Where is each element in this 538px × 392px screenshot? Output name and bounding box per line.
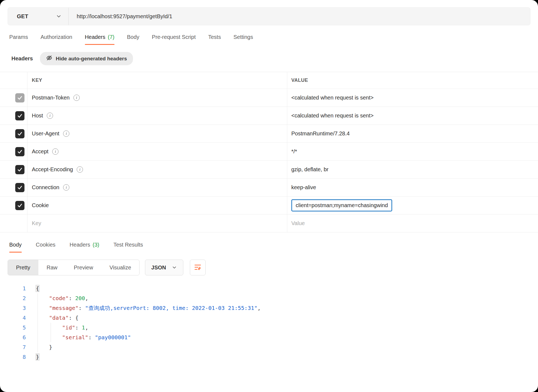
request-tab-tests[interactable]: Tests <box>208 34 221 45</box>
code-line: 7 } <box>0 342 538 352</box>
row-checkbox[interactable] <box>15 147 24 156</box>
indent-guide <box>38 293 38 352</box>
eye-off-icon <box>46 55 52 63</box>
view-mode-visualize[interactable]: Visualize <box>101 260 139 275</box>
method-label: GET <box>17 13 28 20</box>
info-icon[interactable] <box>63 184 69 191</box>
tab-label: Params <box>9 34 28 40</box>
tab-label: Test Results <box>113 242 143 248</box>
line-number: 5 <box>0 323 26 332</box>
header-row-cookie: Cookieclient=postman;myname=chasingwind <box>0 197 538 214</box>
code-line-content: "id": 1, <box>26 323 88 332</box>
tab-label: Pre-request Script <box>152 34 196 40</box>
code-line: 1{ <box>0 284 538 293</box>
request-tab-settings[interactable]: Settings <box>233 34 253 45</box>
row-checkbox[interactable] <box>15 183 24 192</box>
wrap-lines-button[interactable] <box>190 260 206 275</box>
request-tabs: ParamsAuthorizationHeaders(7)BodyPre-req… <box>0 25 538 45</box>
line-number: 8 <box>0 352 26 362</box>
postman-app: GET http://localhost:9527/payment/getByI… <box>0 0 538 392</box>
code-line-content: "serial": "pay000001" <box>26 332 131 342</box>
headers-table: KEY VALUE Postman-Token<calculated when … <box>0 72 538 232</box>
info-icon[interactable] <box>77 166 83 173</box>
header-key[interactable]: Cookie <box>32 202 49 209</box>
value-placeholder-input[interactable]: Value <box>291 220 305 226</box>
header-value[interactable]: */* <box>291 148 297 155</box>
header-row-user-agent: User-AgentPostmanRuntime/7.28.4 <box>0 125 538 143</box>
method-dropdown[interactable]: GET <box>8 8 68 25</box>
row-checkbox[interactable] <box>15 165 24 174</box>
code-line: 2 "code": 200, <box>0 293 538 303</box>
request-tab-headers[interactable]: Headers(7) <box>85 34 115 45</box>
code-line-content: } <box>26 352 39 362</box>
row-checkbox[interactable] <box>15 129 24 138</box>
header-value[interactable]: <calculated when request is sent> <box>291 95 373 101</box>
request-tab-body[interactable]: Body <box>127 34 140 45</box>
header-value[interactable]: PostmanRuntime/7.28.4 <box>291 130 350 137</box>
key-placeholder-input[interactable]: Key <box>32 220 41 226</box>
column-header-value: VALUE <box>287 72 538 89</box>
response-toolbar: PrettyRawPreviewVisualize JSON <box>0 253 538 275</box>
request-tab-pre-request-script[interactable]: Pre-request Script <box>152 34 196 45</box>
header-value-input-focused[interactable]: client=postman;myname=chasingwind <box>291 199 392 211</box>
chevron-down-icon <box>56 13 62 19</box>
header-key[interactable]: Accept <box>32 148 48 155</box>
header-key[interactable]: Postman-Token <box>32 95 70 101</box>
code-line-content: "message": "查询成功,serverPort: 8002, time:… <box>26 303 261 313</box>
response-tab-headers[interactable]: Headers(3) <box>70 242 99 253</box>
code-line-content: { <box>26 284 39 293</box>
info-icon[interactable] <box>73 95 80 101</box>
row-checkbox[interactable] <box>15 93 24 102</box>
language-dropdown[interactable]: JSON <box>145 260 183 275</box>
chevron-down-icon <box>172 265 177 270</box>
tab-count: (3) <box>92 242 99 248</box>
header-key[interactable]: Host <box>32 113 43 119</box>
header-key[interactable]: Accept-Encoding <box>32 166 73 173</box>
request-tab-authorization[interactable]: Authorization <box>41 34 72 45</box>
line-number: 7 <box>0 342 26 352</box>
headers-table-body: Postman-Token<calculated when request is… <box>0 89 538 214</box>
row-checkbox[interactable] <box>15 201 24 210</box>
response-tabs: BodyCookiesHeaders(3)Test Results <box>0 232 538 253</box>
view-mode-pretty[interactable]: Pretty <box>8 260 38 275</box>
view-mode-preview[interactable]: Preview <box>66 260 101 275</box>
code-line-content: "code": 200, <box>26 293 88 303</box>
response-body-code: 1{2 "code": 200,3 "message": "查询成功,serve… <box>0 284 538 362</box>
url-input[interactable]: http://localhost:9527/payment/getById/1 <box>69 8 530 25</box>
url-text: http://localhost:9527/payment/getById/1 <box>77 13 172 20</box>
info-icon[interactable] <box>47 113 53 119</box>
headers-section-bar: Headers Hide auto-generated headers <box>0 45 538 72</box>
code-line: 8} <box>0 352 538 362</box>
headers-section-title: Headers <box>11 55 33 62</box>
code-line-content: "data": { <box>26 313 79 323</box>
code-lines: 1{2 "code": 200,3 "message": "查询成功,serve… <box>0 284 538 362</box>
code-line: 5 "id": 1, <box>0 323 538 332</box>
header-key[interactable]: User-Agent <box>32 130 59 137</box>
line-number: 6 <box>0 332 26 342</box>
tab-label: Tests <box>208 34 221 40</box>
tab-label: Cookies <box>36 242 55 248</box>
request-tab-params[interactable]: Params <box>9 34 28 45</box>
header-key[interactable]: Connection <box>32 184 59 191</box>
header-row-host: Host<calculated when request is sent> <box>0 107 538 125</box>
hide-auto-generated-headers-button[interactable]: Hide auto-generated headers <box>40 52 133 65</box>
tab-label: Body <box>127 34 140 40</box>
info-icon[interactable] <box>63 130 69 137</box>
row-checkbox[interactable] <box>15 111 24 120</box>
wrap-lines-icon <box>194 263 202 272</box>
code-line: 6 "serial": "pay000001" <box>0 332 538 342</box>
info-icon[interactable] <box>52 148 58 155</box>
response-tab-test-results[interactable]: Test Results <box>113 242 143 253</box>
code-line: 3 "message": "查询成功,serverPort: 8002, tim… <box>0 303 538 313</box>
table-header-row: KEY VALUE <box>0 72 538 89</box>
header-row-accept: Accept*/* <box>0 143 538 161</box>
hide-toggle-label: Hide auto-generated headers <box>56 56 127 62</box>
response-tab-body[interactable]: Body <box>9 242 22 253</box>
response-tab-cookies[interactable]: Cookies <box>36 242 55 253</box>
header-value[interactable]: <calculated when request is sent> <box>291 113 373 119</box>
header-value[interactable]: gzip, deflate, br <box>291 166 329 173</box>
tab-label: Authorization <box>41 34 72 40</box>
tab-label: Headers <box>70 242 90 248</box>
header-value[interactable]: keep-alive <box>291 184 316 191</box>
view-mode-raw[interactable]: Raw <box>38 260 66 275</box>
